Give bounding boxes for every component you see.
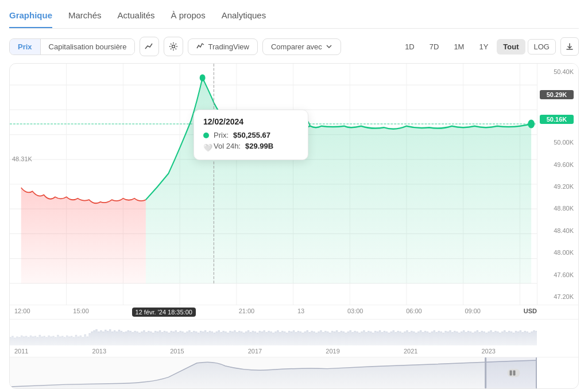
mini-chart[interactable]	[10, 357, 537, 388]
tooltip-vol-value: $29.99B	[245, 142, 273, 150]
price-left-label: 48.31K	[12, 155, 32, 162]
volume-area	[10, 319, 578, 345]
svg-point-0	[172, 45, 175, 48]
time-1d[interactable]: 1D	[399, 39, 421, 55]
overview-x-2013: 2013	[92, 348, 106, 355]
svg-point-19	[200, 75, 206, 81]
download-button[interactable]	[560, 37, 579, 56]
settings-icon[interactable]	[164, 37, 183, 56]
usd-label: USD	[524, 308, 537, 317]
overview-x-2019: 2019	[326, 348, 339, 355]
svg-rect-27	[510, 371, 512, 376]
time-tout[interactable]: Tout	[497, 39, 525, 55]
tooltip-date: 12/02/2024	[203, 117, 299, 126]
overview-xaxis: 2011 2013 2015 2017 2019 2021 2023	[10, 347, 537, 356]
chart-wrapper: 12/02/2024 Prix: $50,255.67 🤍 Vol 24h: $…	[9, 63, 579, 389]
x-label-date: 12 févr. '24 18:35:00	[132, 308, 196, 317]
mini-y-placeholder	[537, 357, 578, 388]
x-label-5: 03:00	[347, 308, 363, 317]
y-label-1: 50.40K	[540, 68, 574, 75]
market-cap-button[interactable]: Capitalisation boursière	[41, 39, 135, 55]
y-label-7: 48.40K	[540, 227, 574, 234]
x-axis: 12:00 15:00 12 févr. '24 18:35:00 21:00 …	[10, 305, 578, 319]
line-chart-icon[interactable]	[140, 37, 159, 56]
tab-apropos[interactable]: À propos	[171, 10, 206, 28]
price-cap-toggle: Prix Capitalisation boursière	[9, 38, 135, 55]
chart-svg-area[interactable]: 12/02/2024 Prix: $50,255.67 🤍 Vol 24h: $…	[10, 64, 537, 305]
y-label-5: 49.20K	[540, 183, 574, 190]
compare-button[interactable]: Comparer avec	[262, 38, 341, 55]
tooltip-vol-row: 🤍 Vol 24h: $29.99B	[203, 142, 299, 150]
mini-chart-area	[10, 357, 578, 388]
y-label-9: 47.60K	[540, 271, 574, 278]
price-dot	[203, 133, 209, 138]
tab-graphique[interactable]: Graphique	[9, 10, 52, 28]
y-label-6: 48.80K	[540, 205, 574, 212]
x-label-4: 13	[297, 308, 304, 317]
y-label-3: 50.00K	[540, 139, 574, 146]
price-button[interactable]: Prix	[10, 39, 41, 55]
overview-x-container: 2011 2013 2015 2017 2019 2021 2023	[10, 345, 578, 357]
tooltip-price-value: $50,255.67	[233, 131, 270, 139]
y-label-4: 49.60K	[540, 161, 574, 168]
x-label-1: 12:00	[14, 308, 30, 317]
volume-y-axis	[537, 320, 578, 345]
overview-x-2015: 2015	[170, 348, 184, 355]
heart-icon: 🤍	[203, 143, 209, 149]
main-chart-area: 12/02/2024 Prix: $50,255.67 🤍 Vol 24h: $…	[10, 64, 578, 305]
time-1y[interactable]: 1Y	[473, 39, 494, 55]
time-7d[interactable]: 7D	[423, 39, 446, 55]
overview-x-2011: 2011	[14, 348, 28, 355]
y-axis: 50.40K 50.29K 50.16K 50.00K 49.60K 49.20…	[537, 64, 578, 305]
svg-rect-24	[485, 357, 486, 388]
tab-nav: Graphique Marchés Actualités À propos An…	[9, 0, 579, 29]
price-tooltip: 12/02/2024 Prix: $50,255.67 🤍 Vol 24h: $…	[194, 110, 308, 160]
tab-analytiques[interactable]: Analytiques	[222, 10, 266, 28]
time-1m[interactable]: 1M	[447, 39, 470, 55]
x-label-3: 21:00	[239, 308, 255, 317]
tooltip-price-row: Prix: $50,255.67	[203, 131, 299, 139]
tab-marches[interactable]: Marchés	[68, 10, 102, 28]
svg-rect-25	[536, 357, 537, 388]
volume-bars	[10, 320, 537, 345]
main-container: Graphique Marchés Actualités À propos An…	[0, 0, 588, 389]
overview-x-2023: 2023	[481, 348, 495, 355]
y-label-highlight-1: 50.29K	[540, 90, 574, 99]
tab-actualites[interactable]: Actualités	[118, 10, 155, 28]
x-label-6: 06:00	[406, 308, 422, 317]
overview-x-2017: 2017	[248, 348, 262, 355]
log-button[interactable]: LOG	[528, 39, 556, 55]
y-label-highlight-2: 50.16K	[540, 115, 574, 124]
x-label-2: 15:00	[73, 308, 89, 317]
time-range-group: 1D 7D 1M 1Y Tout LOG	[399, 39, 556, 55]
tradingview-button[interactable]: TradingView	[188, 38, 258, 55]
overview-x-2021: 2021	[404, 348, 417, 355]
y-label-8: 48.00K	[540, 249, 574, 256]
x-label-7: 09:00	[465, 308, 481, 317]
chart-toolbar: Prix Capitalisation boursière TradingVie…	[9, 37, 579, 56]
y-label-10: 47.20K	[540, 293, 574, 300]
svg-rect-28	[513, 371, 516, 376]
